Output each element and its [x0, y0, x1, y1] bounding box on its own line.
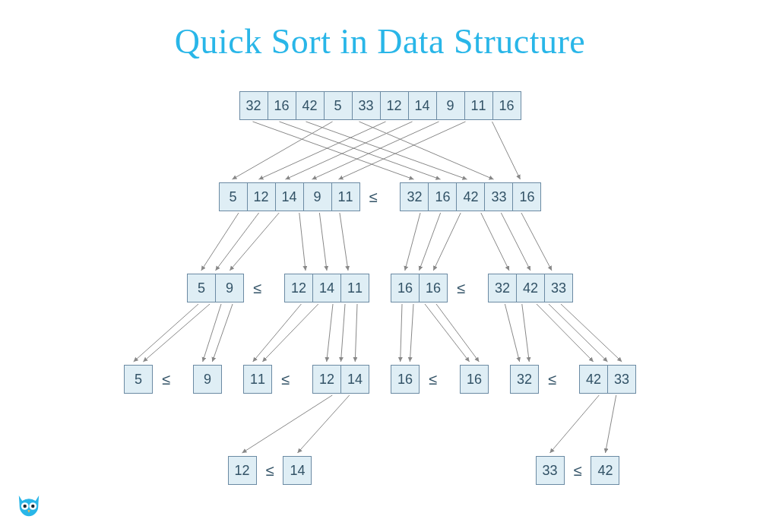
svg-line-8 [339, 122, 466, 179]
svg-line-15 [340, 213, 348, 271]
svg-line-12 [230, 213, 279, 271]
array-cell: 5 [124, 365, 153, 394]
array-cell: 32 [510, 365, 539, 394]
comparison-op: ≤ [546, 371, 558, 388]
array-cell: 14 [275, 182, 304, 211]
svg-line-7 [312, 122, 439, 179]
array-cell: 16 [460, 365, 489, 394]
svg-line-40 [242, 395, 333, 453]
comparison-op: ≤ [160, 371, 172, 388]
svg-line-11 [216, 213, 259, 271]
svg-line-31 [401, 304, 402, 362]
svg-line-35 [505, 304, 519, 362]
svg-line-38 [549, 304, 607, 362]
svg-point-47 [31, 505, 34, 508]
level-0: 321642533121491116 [0, 91, 760, 120]
comparison-op: ≤ [252, 280, 263, 297]
array-cell: 42 [579, 365, 608, 394]
array-cell: 11 [331, 182, 360, 211]
array-cell: 33 [536, 456, 565, 485]
svg-line-23 [143, 304, 210, 362]
svg-line-16 [405, 213, 420, 271]
array-cell: 33 [352, 91, 381, 120]
array-cell: 12 [312, 365, 341, 394]
array-cell: 33 [607, 365, 636, 394]
svg-line-29 [341, 304, 346, 362]
svg-line-34 [436, 304, 479, 362]
svg-line-22 [134, 304, 198, 362]
comparison-op: ≤ [455, 280, 467, 297]
svg-point-46 [24, 505, 27, 508]
svg-line-14 [319, 213, 327, 271]
arrow-layer [0, 0, 760, 532]
array-cell: 5 [324, 91, 353, 120]
svg-line-9 [492, 122, 521, 179]
comparison-op: ≤ [368, 188, 379, 206]
svg-line-3 [233, 122, 333, 179]
svg-line-42 [550, 395, 600, 453]
array-cell: 12 [284, 274, 313, 302]
svg-line-28 [327, 304, 333, 362]
array-cell: 32 [488, 274, 517, 302]
svg-line-10 [201, 213, 239, 271]
svg-line-30 [355, 304, 357, 362]
array-cell: 12 [228, 456, 257, 485]
array-cell: 9 [193, 365, 222, 394]
svg-line-41 [297, 395, 349, 453]
array-cell: 11 [243, 365, 272, 394]
array-cell: 12 [380, 91, 409, 120]
owl-logo-icon [12, 489, 46, 523]
array-cell: 14 [340, 365, 369, 394]
svg-line-27 [262, 304, 318, 362]
svg-line-20 [501, 213, 530, 271]
array-cell: 42 [591, 456, 619, 485]
svg-line-17 [420, 213, 441, 271]
svg-line-19 [481, 213, 509, 271]
diagram-stage: 321642533121491116 51214911≤3216423316 5… [0, 0, 760, 532]
array-cell: 16 [391, 274, 420, 302]
svg-line-39 [561, 304, 622, 362]
svg-line-4 [359, 122, 494, 179]
array-cell: 42 [296, 91, 325, 120]
array-cell: 16 [391, 365, 420, 394]
array-cell: 9 [215, 274, 244, 302]
array-cell: 9 [436, 91, 465, 120]
svg-line-33 [425, 304, 470, 362]
comparison-op: ≤ [427, 371, 439, 388]
array-cell: 16 [492, 91, 521, 120]
array-cell: 9 [303, 182, 332, 211]
array-cell: 42 [516, 274, 545, 302]
svg-line-1 [280, 122, 441, 179]
svg-line-24 [203, 304, 221, 362]
svg-line-13 [299, 213, 306, 271]
array-cell: 32 [239, 91, 268, 120]
svg-line-37 [537, 304, 594, 362]
svg-line-36 [522, 304, 530, 362]
svg-line-2 [306, 122, 467, 179]
svg-line-26 [253, 304, 302, 362]
array-cell: 14 [312, 274, 341, 302]
svg-line-32 [410, 304, 413, 362]
svg-line-18 [433, 213, 461, 271]
array-cell: 14 [408, 91, 437, 120]
array-cell: 16 [268, 91, 296, 120]
array-cell: 32 [400, 182, 429, 211]
level-3: 5≤911≤121416≤1632≤4233 [0, 365, 760, 394]
array-cell: 16 [512, 182, 541, 211]
array-cell: 11 [340, 274, 369, 302]
svg-line-25 [212, 304, 233, 362]
array-cell: 33 [484, 182, 513, 211]
array-cell: 12 [247, 182, 276, 211]
svg-line-5 [259, 122, 386, 179]
svg-line-43 [605, 395, 616, 453]
svg-line-0 [253, 122, 414, 179]
array-cell: 16 [419, 274, 448, 302]
array-cell: 16 [428, 182, 457, 211]
comparison-op: ≤ [264, 462, 276, 480]
array-cell: 14 [283, 456, 312, 485]
array-cell: 11 [464, 91, 493, 120]
level-2: 59≤1214111616≤324233 [0, 274, 760, 302]
array-cell: 5 [219, 182, 248, 211]
array-cell: 33 [544, 274, 573, 302]
array-cell: 5 [187, 274, 216, 302]
